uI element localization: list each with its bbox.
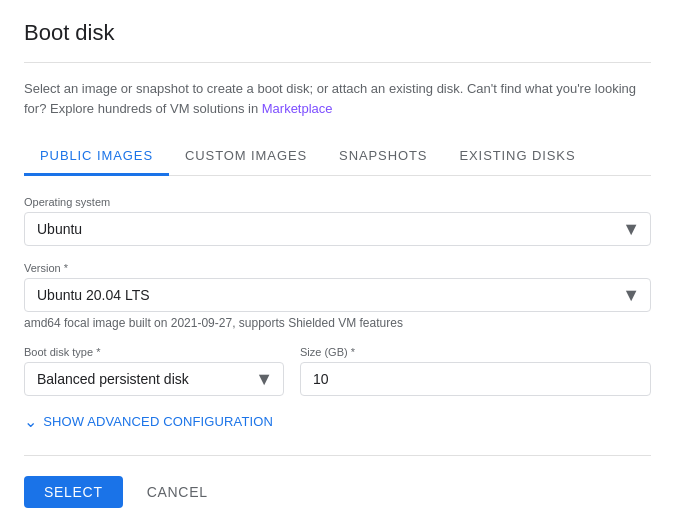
boot-disk-type-value: Balanced persistent disk [37, 371, 189, 387]
boot-disk-dialog: Boot disk Select an image or snapshot to… [0, 0, 675, 511]
marketplace-link[interactable]: Marketplace [262, 101, 333, 116]
version-label: Version * [24, 262, 651, 274]
os-label: Operating system [24, 196, 651, 208]
size-input[interactable] [300, 362, 651, 396]
size-label: Size (GB) * [300, 346, 651, 358]
tab-public-images[interactable]: PUBLIC IMAGES [24, 138, 169, 176]
tab-custom-images[interactable]: CUSTOM IMAGES [169, 138, 323, 176]
tabs-bar: PUBLIC IMAGES CUSTOM IMAGES SNAPSHOTS EX… [24, 138, 651, 176]
advanced-config-label: SHOW ADVANCED CONFIGURATION [43, 414, 273, 429]
version-field-group: Version * Ubuntu 20.04 LTS ▼ amd64 focal… [24, 262, 651, 330]
os-dropdown-icon: ▼ [622, 219, 640, 240]
os-select[interactable]: Ubuntu ▼ [24, 212, 651, 246]
boot-disk-type-dropdown-icon: ▼ [255, 369, 273, 390]
version-hint: amd64 focal image built on 2021-09-27, s… [24, 316, 651, 330]
select-button[interactable]: SELECT [24, 476, 123, 508]
boot-disk-type-select[interactable]: Balanced persistent disk ▼ [24, 362, 284, 396]
dialog-title: Boot disk [24, 20, 651, 63]
tab-snapshots[interactable]: SNAPSHOTS [323, 138, 443, 176]
description-text: Select an image or snapshot to create a … [24, 79, 651, 118]
version-dropdown-icon: ▼ [622, 285, 640, 306]
dialog-footer: SELECT CANCEL [24, 455, 651, 508]
tab-existing-disks[interactable]: EXISTING DISKS [443, 138, 591, 176]
disk-type-size-row: Boot disk type * Balanced persistent dis… [24, 346, 651, 396]
size-group: Size (GB) * [300, 346, 651, 396]
cancel-button[interactable]: CANCEL [139, 476, 216, 508]
os-value: Ubuntu [37, 221, 82, 237]
advanced-config-toggle[interactable]: ⌄ SHOW ADVANCED CONFIGURATION [24, 412, 651, 431]
boot-disk-type-group: Boot disk type * Balanced persistent dis… [24, 346, 284, 396]
chevron-down-icon: ⌄ [24, 412, 37, 431]
os-field-group: Operating system Ubuntu ▼ [24, 196, 651, 246]
version-value: Ubuntu 20.04 LTS [37, 287, 150, 303]
boot-disk-type-label: Boot disk type * [24, 346, 284, 358]
version-select[interactable]: Ubuntu 20.04 LTS ▼ [24, 278, 651, 312]
